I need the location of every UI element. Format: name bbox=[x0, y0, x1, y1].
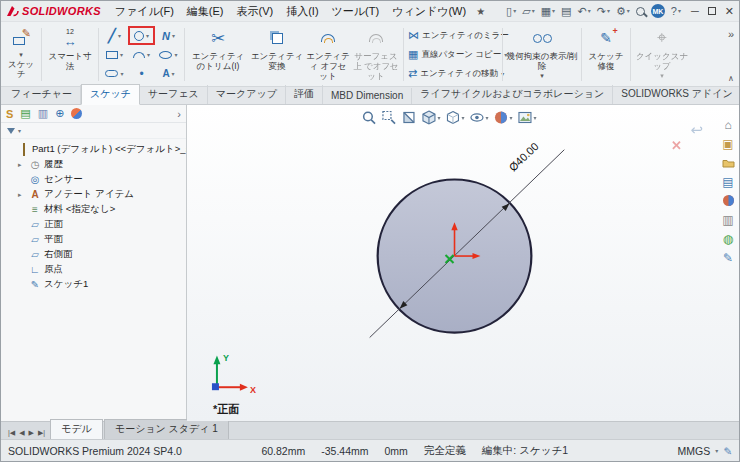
slot-tool-button[interactable]: ▾ bbox=[101, 64, 128, 83]
chevron-down-icon[interactable]: ▾ bbox=[18, 127, 21, 134]
chevron-down-icon[interactable]: ▾ bbox=[120, 51, 123, 58]
expander-icon[interactable]: ▸ bbox=[18, 161, 26, 169]
motion-study-tab[interactable]: モーション スタディ 1 bbox=[104, 419, 229, 439]
expander-icon[interactable]: ▸ bbox=[18, 191, 26, 199]
featuremanager-tab-icon[interactable]: S bbox=[6, 108, 13, 120]
collapse-ribbon-icon[interactable]: ∧ bbox=[728, 74, 734, 83]
tab-markup[interactable]: マークアップ bbox=[208, 85, 286, 104]
propertymanager-tab-icon[interactable]: ▤ bbox=[20, 107, 30, 120]
displaymanager-tab-icon[interactable] bbox=[71, 108, 82, 119]
repair-sketch-button[interactable]: ✎+ スケッチ修復 bbox=[584, 24, 628, 85]
undo-button[interactable]: ↶▾ bbox=[577, 6, 590, 17]
solidworks-resources-icon[interactable]: ⌂ bbox=[720, 117, 736, 132]
new-document-button[interactable]: ▯▾ bbox=[506, 6, 516, 17]
sketch-flyout-button[interactable]: ✎ ▾ スケッチ bbox=[3, 24, 39, 85]
chevron-down-icon[interactable]: ▾ bbox=[120, 70, 123, 77]
redo-button[interactable]: ↷▾ bbox=[597, 6, 610, 17]
tree-root-part[interactable]: Part1 (デフォルト) <<デフォルト>_表示状態 bbox=[1, 142, 186, 157]
menu-file[interactable]: ファイル(F) bbox=[109, 3, 180, 20]
view-palette-icon[interactable]: ▤ bbox=[720, 174, 736, 189]
file-explorer-icon[interactable] bbox=[720, 155, 736, 170]
tab-lifecycle-collaboration[interactable]: ライフサイクルおよびコラボレーション bbox=[412, 85, 613, 104]
chevron-down-icon[interactable]: ▾ bbox=[627, 8, 630, 14]
menu-edit[interactable]: 編集(E) bbox=[181, 3, 230, 20]
tree-item-front-plane[interactable]: ▱ 正面 bbox=[1, 217, 186, 232]
configurationmanager-tab-icon[interactable]: ▥ bbox=[38, 107, 48, 120]
chevron-down-icon[interactable]: ▾ bbox=[513, 8, 516, 14]
diameter-dimension-text[interactable]: Ø40.00 bbox=[506, 140, 540, 173]
graphics-viewport[interactable]: Ø40.00 Y X bbox=[187, 105, 739, 421]
chevron-down-icon[interactable]: ▾ bbox=[540, 72, 544, 79]
menu-view[interactable]: 表示(V) bbox=[231, 3, 280, 20]
chevron-down-icon[interactable]: ▾ bbox=[172, 70, 175, 77]
tab-sketch[interactable]: スケッチ bbox=[81, 84, 140, 105]
prev-tab-icon[interactable]: ◀ bbox=[19, 429, 24, 437]
tree-item-right-plane[interactable]: ▱ 右側面 bbox=[1, 247, 186, 262]
circle-tool-button[interactable]: ▾ bbox=[128, 26, 155, 45]
line-tool-button[interactable]: ╱▾ bbox=[101, 26, 128, 45]
search-button[interactable] bbox=[636, 7, 645, 16]
chevron-down-icon[interactable]: ▾ bbox=[552, 8, 555, 14]
options-button[interactable]: ⚙▾ bbox=[616, 6, 630, 17]
chevron-down-icon[interactable]: ▾ bbox=[118, 32, 121, 39]
ribbon-overflow-button[interactable]: » bbox=[728, 28, 734, 40]
chevron-down-icon[interactable]: ▾ bbox=[174, 51, 177, 58]
filter-funnel-icon[interactable] bbox=[7, 128, 15, 134]
maximize-button[interactable] bbox=[708, 7, 716, 15]
dimxpert-tab-icon[interactable]: ⊕ bbox=[55, 107, 64, 120]
tab-evaluate[interactable]: 評価 bbox=[286, 85, 323, 104]
section-view-button[interactable] bbox=[401, 110, 416, 125]
design-library-icon[interactable]: ▣ bbox=[720, 136, 736, 151]
user-avatar[interactable]: MK bbox=[651, 4, 665, 18]
mirror-entities-button[interactable]: ⋈ エンティティのミラー bbox=[408, 27, 498, 45]
display-delete-relations-button[interactable]: 幾何拘束の表示/削除 ▾ bbox=[505, 24, 579, 85]
minimize-button[interactable]: ─ bbox=[691, 5, 699, 17]
cancel-sketch-icon[interactable]: ✕ bbox=[671, 138, 682, 153]
tree-item-sensors[interactable]: ◎ センサー bbox=[1, 172, 186, 187]
chevron-down-icon[interactable]: ▾ bbox=[534, 114, 537, 121]
tab-mbd-dimension[interactable]: MBD Dimension bbox=[323, 88, 412, 104]
custom-properties-icon[interactable]: ▥ bbox=[720, 212, 736, 227]
display-style-button[interactable]: ▾ bbox=[445, 110, 464, 125]
zoom-fit-button[interactable] bbox=[361, 110, 376, 125]
rectangle-tool-button[interactable]: ▾ bbox=[101, 45, 128, 64]
ellipse-tool-button[interactable]: ▾ bbox=[155, 45, 182, 64]
chevron-down-icon[interactable]: ▾ bbox=[437, 114, 440, 121]
last-tab-icon[interactable]: ▶| bbox=[38, 429, 45, 437]
solidworks-forum-icon[interactable]: ◍ bbox=[720, 231, 736, 246]
chevron-down-icon[interactable]: ▾ bbox=[715, 447, 718, 454]
tree-item-origin[interactable]: ∟ 原点 bbox=[1, 262, 186, 277]
chevron-down-icon[interactable]: ▾ bbox=[461, 114, 464, 121]
menu-insert[interactable]: 挿入(I) bbox=[280, 3, 324, 20]
linear-pattern-button[interactable]: ▦ 直線パターン コピー ▾ bbox=[408, 46, 498, 64]
tab-solidworks-addins[interactable]: SOLIDWORKS アドイン bbox=[613, 85, 740, 104]
chevron-down-icon[interactable]: ▾ bbox=[588, 8, 591, 14]
convert-entities-button[interactable]: エンティティ変換 bbox=[249, 24, 305, 85]
chevron-down-icon[interactable]: ▾ bbox=[510, 114, 513, 121]
tree-item-sketch1[interactable]: ✎ スケッチ1 bbox=[1, 277, 186, 292]
chevron-down-icon[interactable]: ▾ bbox=[146, 32, 149, 39]
model-tab[interactable]: モデル bbox=[50, 419, 103, 439]
tree-item-material[interactable]: ≡ 材料 <指定なし> bbox=[1, 202, 186, 217]
arc-tool-button[interactable]: ▾ bbox=[128, 45, 155, 64]
open-document-button[interactable]: ▱▾ bbox=[522, 6, 534, 17]
tab-surfaces[interactable]: サーフェス bbox=[140, 85, 208, 104]
offset-entities-button[interactable]: エンティティ オフセット bbox=[305, 24, 351, 85]
chevron-down-icon[interactable]: ▾ bbox=[172, 32, 175, 39]
chevron-down-icon[interactable]: ▾ bbox=[19, 51, 23, 58]
sketch-canvas[interactable]: Ø40.00 Y X bbox=[187, 105, 739, 421]
text-tool-button[interactable]: A▾ bbox=[155, 64, 182, 83]
hide-show-items-button[interactable]: ▾ bbox=[469, 110, 488, 125]
apply-scene-button[interactable]: ▾ bbox=[518, 110, 537, 125]
tab-features[interactable]: フィーチャー bbox=[3, 85, 81, 104]
tree-item-top-plane[interactable]: ▱ 平面 bbox=[1, 232, 186, 247]
point-tool-button[interactable]: • bbox=[128, 64, 155, 83]
close-button[interactable]: ✕ bbox=[725, 5, 734, 18]
trim-entities-button[interactable]: ✂ エンティティのトリム(I) bbox=[187, 24, 249, 85]
chevron-down-icon[interactable]: ▾ bbox=[147, 51, 150, 58]
exit-sketch-icon[interactable]: ↩ bbox=[690, 121, 703, 139]
view-orientation-button[interactable]: ▾ bbox=[421, 110, 440, 125]
panel-expand-chevron-icon[interactable]: › bbox=[177, 108, 181, 120]
edit-appearance-button[interactable]: ▾ bbox=[494, 110, 513, 125]
smart-dimension-button[interactable]: 12↔ スマート寸法 bbox=[44, 24, 96, 85]
